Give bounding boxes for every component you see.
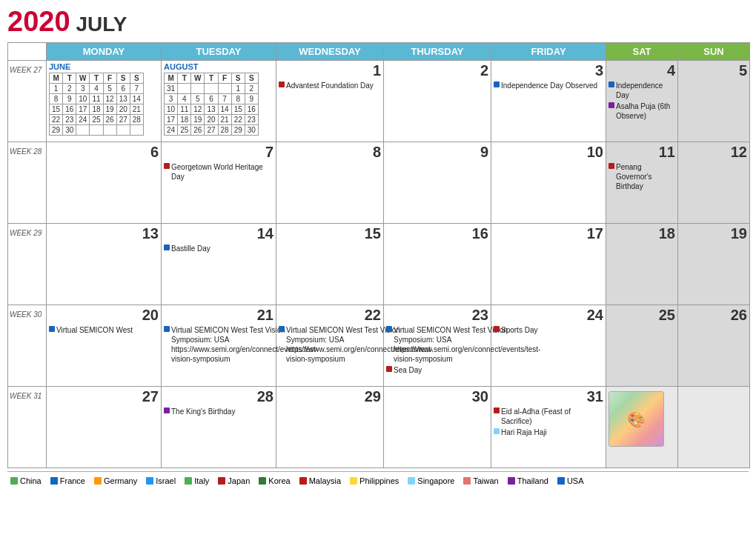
day-cell-sat[interactable]: 🎨 (606, 387, 678, 468)
legend-label: Israel (156, 476, 176, 485)
event: Virtual SEMICON West Test Vision Symposi… (386, 325, 488, 364)
day-number: 10 (494, 144, 603, 161)
day-cell-mon[interactable]: 20Virtual SEMICON West (47, 305, 162, 387)
legend-item-germany: Germany (94, 476, 137, 485)
legend-label: Philippines (359, 476, 399, 485)
day-cell-thu[interactable]: 30 (384, 387, 491, 468)
day-number: 21 (164, 307, 273, 324)
day-number: 22 (279, 307, 381, 324)
day-number: 13 (49, 225, 159, 242)
day-number: 2 (386, 62, 488, 79)
day-cell-sun[interactable] (678, 387, 750, 468)
legend-dot (408, 477, 415, 485)
day-cell-fri[interactable]: 31Eid al-Adha (Feast of Sacrifice)Hari R… (491, 387, 606, 468)
legend-dot (350, 477, 357, 485)
legend-item-malaysia: Malaysia (299, 476, 341, 485)
week-row: WEEK 3020Virtual SEMICON West21Virtual S… (8, 305, 750, 387)
day-cell-sat[interactable]: 18 (606, 224, 678, 305)
day-number: 20 (49, 307, 159, 324)
event: Virtual SEMICON West Test Vision Symposi… (279, 325, 381, 364)
day-cell-fri[interactable]: 10 (491, 142, 606, 224)
day-cell-wed[interactable]: 8 (276, 142, 384, 224)
day-cell-sat[interactable]: 11Penang Governor's Birthday (606, 142, 678, 224)
legend-item-philippines: Philippines (350, 476, 399, 485)
day-cell-mon[interactable]: 13 (47, 224, 162, 305)
week-label: WEEK 28 (8, 142, 47, 224)
day-cell-sun[interactable]: 19 (678, 224, 750, 305)
week-row: WEEK 291314Bastille Day1516171819 (8, 224, 750, 305)
day-cell-fri[interactable]: 3Independence Day Observed (491, 61, 606, 142)
day-cell-tue[interactable]: AUGUST MTWTFSS31123456789101112131415161… (162, 61, 276, 142)
usa-dot (164, 326, 170, 332)
legend-item-singapore: Singapore (408, 476, 454, 485)
day-cell-sat[interactable]: 25 (606, 305, 678, 387)
legend-label: Taiwan (473, 476, 498, 485)
event: Virtual SEMICON West (49, 325, 159, 335)
legend-dot (50, 477, 58, 485)
day-cell-thu[interactable]: 2 (384, 61, 491, 142)
day-cell-sat[interactable]: 4Independence DayAsalha Puja (6th Observ… (606, 61, 678, 142)
thailand-dot (609, 102, 614, 108)
day-number: 9 (386, 144, 488, 161)
japan-dot (386, 366, 392, 372)
day-number: 5 (680, 62, 747, 79)
event: Advantest Foundation Day (279, 81, 381, 90)
thailand-dot (164, 407, 170, 413)
event: Georgetown World Heritage Day (164, 162, 273, 182)
event: Independence Day Observed (494, 81, 603, 90)
malaysia-dot (164, 163, 170, 169)
legend-label: France (60, 476, 85, 485)
day-cell-sun[interactable]: 26 (678, 305, 750, 387)
day-cell-sun[interactable]: 5 (678, 61, 750, 142)
day-cell-fri[interactable]: 24Sports Day (491, 305, 606, 387)
event: Independence Day (609, 81, 675, 100)
legend-item-thailand: Thailand (508, 476, 548, 485)
legend-dot (218, 477, 225, 485)
day-cell-wed[interactable]: 22Virtual SEMICON West Test Vision Sympo… (276, 305, 384, 387)
usa-dot (494, 81, 500, 87)
day-number: 6 (49, 144, 159, 161)
legend-dot (259, 477, 266, 485)
day-number: 28 (164, 388, 273, 405)
day-number: 25 (609, 307, 675, 324)
day-cell-thu[interactable]: 9 (384, 142, 491, 224)
day-cell-wed[interactable]: 29 (276, 387, 384, 468)
day-cell-thu[interactable]: 16 (384, 224, 491, 305)
calendar-image: 🎨 (609, 391, 664, 447)
usa-dot (49, 326, 55, 332)
day-number: 16 (386, 225, 488, 242)
day-cell-fri[interactable]: 17 (491, 224, 606, 305)
day-cell-mon[interactable]: 27 (47, 387, 162, 468)
day-number: 29 (279, 388, 381, 405)
day-number: 19 (680, 225, 747, 242)
day-cell-tue[interactable]: 28The King's Birthday (162, 387, 276, 468)
mini-calendar: JUNE MTWTFSS1234567891011121314151617181… (49, 62, 159, 136)
month-label: JULY (76, 13, 127, 36)
event: Asalha Puja (6th Observe) (609, 102, 675, 121)
header-monday: MONDAY (47, 43, 162, 61)
event: Eid al-Adha (Feast of Sacrifice) (494, 407, 603, 426)
day-number: 4 (609, 62, 675, 79)
legend-item-taiwan: Taiwan (463, 476, 498, 485)
header-tuesday: TUESDAY (162, 43, 276, 61)
header-sunday: SUN (678, 43, 750, 61)
malaysia-dot (494, 407, 500, 413)
day-cell-mon[interactable]: 6 (47, 142, 162, 224)
event: Virtual SEMICON West Test Vision Symposi… (164, 325, 273, 364)
day-cell-tue[interactable]: 7Georgetown World Heritage Day (162, 142, 276, 224)
legend-label: Germany (104, 476, 137, 485)
week-row: WEEK 2867Georgetown World Heritage Day89… (8, 142, 750, 224)
legend-dot (299, 477, 307, 485)
legend-label: China (20, 476, 42, 485)
day-cell-mon[interactable]: JUNE MTWTFSS1234567891011121314151617181… (47, 61, 162, 142)
day-cell-tue[interactable]: 21Virtual SEMICON West Test Vision Sympo… (162, 305, 276, 387)
legend-label: Singapore (417, 476, 454, 485)
japan-dot (494, 326, 500, 332)
day-number: 27 (49, 388, 159, 405)
day-cell-tue[interactable]: 14Bastille Day (162, 224, 276, 305)
legend-dot (508, 477, 515, 485)
day-cell-wed[interactable]: 15 (276, 224, 384, 305)
day-cell-sun[interactable]: 12 (678, 142, 750, 224)
day-cell-wed[interactable]: 1Advantest Foundation Day (276, 61, 384, 142)
day-cell-thu[interactable]: 23Virtual SEMICON West Test Vision Sympo… (384, 305, 491, 387)
